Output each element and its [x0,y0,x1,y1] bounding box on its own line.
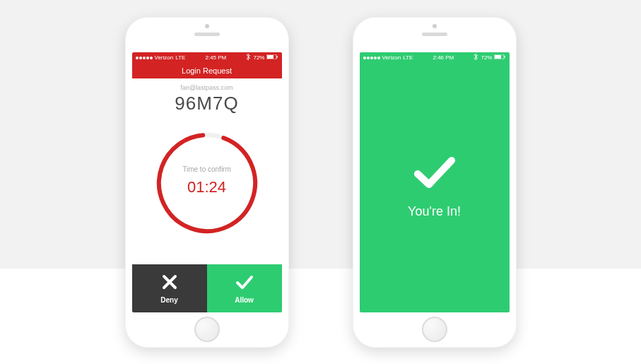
success-content: You're In! [360,63,510,312]
svg-rect-1 [267,55,274,59]
countdown-ring: Time to confirm 01:24 [154,130,260,236]
deny-label: Deny [160,296,177,304]
battery-label: 72% [253,54,264,61]
action-bar: Deny Allow [132,264,282,312]
status-time: 2:45 PM [205,54,226,61]
phone-camera [433,24,437,28]
account-email: fan@lastpass.com [180,84,233,91]
allow-button[interactable]: Allow [207,264,282,312]
timer-value: 01:24 [154,178,260,196]
svg-rect-6 [495,55,501,59]
home-button[interactable] [422,317,447,342]
bluetooth-icon [474,54,478,61]
auth-code: 96M7Q [175,93,238,115]
check-icon [235,274,254,293]
success-message: You're In! [408,204,461,219]
svg-rect-2 [277,56,278,58]
signal-dots-icon [136,57,153,59]
login-content: fan@lastpass.com 96M7Q Time to confirm 0… [132,78,282,264]
carrier-label: Verizon [382,54,401,61]
network-label: LTE [175,54,185,61]
close-icon [161,274,178,293]
battery-icon [494,54,505,61]
deny-button[interactable]: Deny [132,264,207,312]
status-bar: Verizon LTE 2:46 PM 72% [360,52,510,63]
screen-success: Verizon LTE 2:46 PM 72% [360,52,510,312]
title-bar: Login Request [132,63,282,78]
allow-label: Allow [235,296,254,304]
timer-label: Time to confirm [154,165,260,173]
battery-icon [266,54,278,61]
phone-camera [205,24,209,28]
check-icon [413,156,456,192]
carrier-label: Verizon [155,54,174,61]
svg-rect-7 [505,56,505,58]
signal-dots-icon [363,57,380,59]
status-bar: Verizon LTE 2:45 PM 72% [132,52,282,63]
status-time: 2:46 PM [433,54,454,61]
phone-speaker [422,33,447,36]
network-label: LTE [403,54,413,61]
battery-label: 72% [481,54,492,61]
phone-login-request: Verizon LTE 2:45 PM 72% Login Request fa… [125,17,289,348]
bluetooth-icon [246,54,251,61]
home-button[interactable] [194,317,220,342]
screen-login-request: Verizon LTE 2:45 PM 72% Login Request fa… [132,52,282,312]
phone-speaker [194,33,220,36]
phone-success: Verizon LTE 2:46 PM 72% [353,17,517,348]
